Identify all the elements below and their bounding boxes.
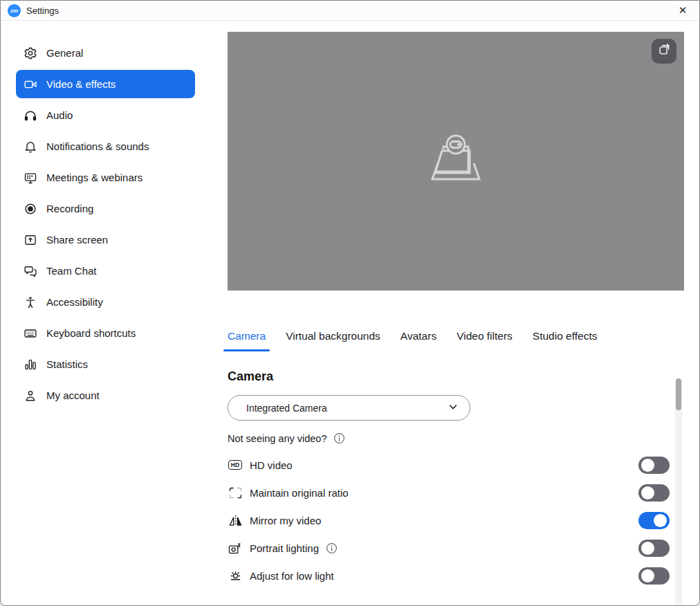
sidebar-item-label: Notifications & sounds xyxy=(46,140,149,152)
titlebar: zm Settings ✕ xyxy=(1,1,699,21)
sidebar-item-label: Video & effects xyxy=(46,78,116,90)
aspect-ratio-icon xyxy=(228,486,243,499)
sidebar-item-label: Recording xyxy=(46,203,93,214)
info-icon[interactable] xyxy=(333,432,345,444)
person-icon xyxy=(24,389,37,403)
sidebar-item-general[interactable]: General xyxy=(16,39,195,67)
camera-heading: Camera xyxy=(228,369,699,384)
sidebar-item-recording[interactable]: Recording xyxy=(16,194,195,223)
sidebar-item-label: My account xyxy=(46,389,100,401)
sidebar-item-my-account[interactable]: My account xyxy=(16,381,195,410)
not-seeing-video-link[interactable]: Not seeing any video? xyxy=(228,433,327,444)
toggle-label: Portrait lighting xyxy=(250,542,319,554)
toggle-label: Mirror my video xyxy=(250,515,321,526)
chevron-down-icon xyxy=(448,401,459,414)
sidebar-item-label: Meetings & webinars xyxy=(46,172,142,183)
scrollbar-thumb[interactable] xyxy=(676,378,681,410)
bell-icon xyxy=(24,140,37,154)
sidebar-item-team-chat[interactable]: Team Chat xyxy=(16,257,195,285)
settings-window: zm Settings ✕ General Video & effects xyxy=(0,0,700,606)
headphones-icon xyxy=(24,109,37,122)
sidebar-item-keyboard-shortcuts[interactable]: Keyboard shortcuts xyxy=(16,319,195,347)
scrollbar-track[interactable] xyxy=(675,378,682,606)
sidebar-item-label: Accessibility xyxy=(46,296,103,308)
toggle-row-portrait-lighting: Portrait lighting xyxy=(228,534,670,562)
share-screen-icon xyxy=(24,233,37,247)
hd-video-toggle[interactable] xyxy=(638,457,670,474)
sidebar-item-label: General xyxy=(46,47,83,59)
sidebar-item-statistics[interactable]: Statistics xyxy=(16,350,195,378)
zoom-logo-icon: zm xyxy=(8,4,21,17)
portrait-lighting-toggle[interactable] xyxy=(638,540,670,557)
keyboard-icon xyxy=(24,327,37,340)
sidebar-item-audio[interactable]: Audio xyxy=(16,101,195,129)
info-icon[interactable] xyxy=(326,542,338,554)
camera-select-dropdown[interactable]: Integrated Camera xyxy=(228,395,470,421)
toggle-row-mirror-video: Mirror my video xyxy=(228,506,670,534)
close-icon[interactable]: ✕ xyxy=(673,1,692,19)
toggle-label: Adjust for low light xyxy=(250,570,334,582)
portrait-light-icon xyxy=(228,541,243,555)
low-light-toggle[interactable] xyxy=(638,567,670,585)
tab-label: Camera xyxy=(228,330,266,342)
toggle-row-hd-video: HD HD video xyxy=(228,451,670,479)
tab-studio-effects[interactable]: Studio effects xyxy=(533,330,598,351)
accessibility-icon xyxy=(24,295,37,309)
video-preview xyxy=(228,32,684,291)
tab-label: Virtual backgrounds xyxy=(286,330,380,342)
sidebar-item-label: Statistics xyxy=(46,358,88,370)
tab-label: Avatars xyxy=(400,330,436,342)
toggle-label: HD video xyxy=(250,459,293,471)
video-camera-icon xyxy=(24,77,37,91)
sidebar-item-notifications[interactable]: Notifications & sounds xyxy=(16,132,195,160)
sidebar-item-label: Share screen xyxy=(46,234,108,246)
camera-select-value: Integrated Camera xyxy=(246,403,327,414)
camera-toggle-list: HD HD video Maintain original ratio Mirr xyxy=(228,451,670,589)
sidebar-item-share-screen[interactable]: Share screen xyxy=(16,226,195,254)
hd-icon: HD xyxy=(228,458,243,472)
sidebar-item-label: Audio xyxy=(46,109,73,121)
video-tabs: Camera Virtual backgrounds Avatars Video… xyxy=(228,330,684,351)
meeting-screen-icon xyxy=(24,171,37,185)
mirror-video-toggle[interactable] xyxy=(638,512,670,529)
toggle-row-low-light: Adjust for low light xyxy=(228,562,670,589)
toggle-row-maintain-ratio: Maintain original ratio xyxy=(228,479,670,506)
tab-video-filters[interactable]: Video filters xyxy=(457,330,513,351)
sidebar-item-label: Keyboard shortcuts xyxy=(46,327,136,339)
sidebar-item-label: Team Chat xyxy=(46,265,97,277)
window-title: Settings xyxy=(26,6,59,16)
video-settings-panel: Camera Virtual backgrounds Avatars Video… xyxy=(228,21,699,605)
bar-chart-icon xyxy=(24,358,37,371)
sidebar-item-video-effects[interactable]: Video & effects xyxy=(16,70,195,98)
tab-label: Studio effects xyxy=(533,330,598,342)
sidebar-item-accessibility[interactable]: Accessibility xyxy=(16,288,195,316)
rotate-icon xyxy=(657,43,671,59)
tab-label: Video filters xyxy=(457,330,513,342)
rotate-camera-button[interactable] xyxy=(652,39,676,64)
tab-virtual-backgrounds[interactable]: Virtual backgrounds xyxy=(286,330,380,351)
mirror-icon xyxy=(228,513,243,527)
maintain-ratio-toggle[interactable] xyxy=(638,484,670,502)
gear-icon xyxy=(24,46,37,60)
webcam-icon xyxy=(426,132,486,190)
tab-camera[interactable]: Camera xyxy=(228,330,266,351)
sidebar-item-meetings[interactable]: Meetings & webinars xyxy=(16,163,195,192)
settings-sidebar: General Video & effects Audio Notificati… xyxy=(1,21,228,605)
low-light-icon xyxy=(228,569,243,582)
tab-avatars[interactable]: Avatars xyxy=(400,330,436,351)
chat-bubbles-icon xyxy=(24,264,37,278)
record-icon xyxy=(24,202,37,216)
toggle-label: Maintain original ratio xyxy=(250,487,349,499)
